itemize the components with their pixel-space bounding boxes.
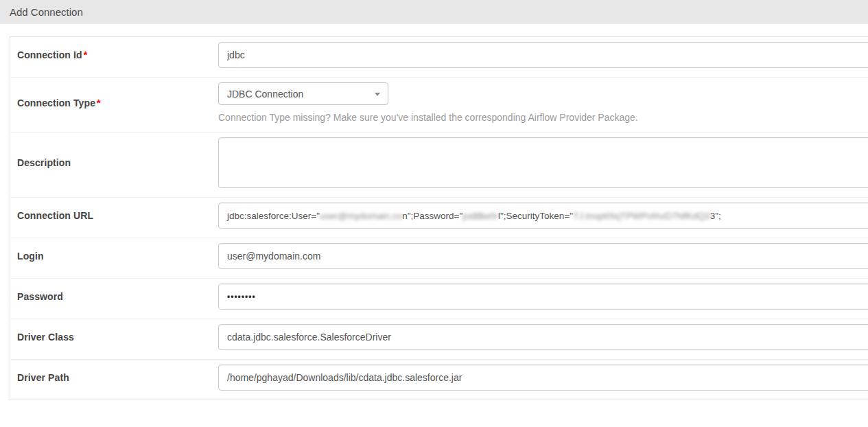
password-label: Password <box>17 291 63 302</box>
driver-class-label: Driver Class <box>17 332 74 343</box>
url-segment: 3"; <box>710 211 721 221</box>
connection-type-help-text: Connection Type missing? Make sure you'v… <box>218 112 868 123</box>
form-row-connection-url: Connection URL jdbc:salesforce:User="use… <box>10 197 868 238</box>
required-asterisk: * <box>84 49 88 60</box>
url-segment-redacted-user: user@mydomain.co <box>320 211 402 221</box>
required-asterisk: * <box>97 97 101 108</box>
page-header: Add Connection <box>0 0 868 24</box>
add-connection-form: Connection Id* Connection Type* JDBC Con… <box>10 36 868 400</box>
description-label: Description <box>17 157 71 168</box>
connection-id-input[interactable] <box>218 42 868 68</box>
url-segment: l";SecurityToken=" <box>498 211 573 221</box>
description-textarea[interactable] <box>218 137 868 188</box>
driver-path-input[interactable] <box>218 365 868 391</box>
form-row-connection-type: Connection Type* JDBC Connection Connect… <box>10 77 868 132</box>
form-row-password: Password <box>10 278 868 319</box>
page-title: Add Connection <box>10 6 858 19</box>
password-input[interactable] <box>218 284 868 310</box>
chevron-down-icon <box>375 93 380 96</box>
url-segment: jdbc:salesforce:User=" <box>227 211 320 221</box>
connection-type-label: Connection Type <box>17 97 95 108</box>
url-segment-redacted-password: pa$$w0r <box>462 211 498 221</box>
login-label: Login <box>17 251 44 262</box>
form-row-connection-id: Connection Id* <box>10 37 868 77</box>
driver-path-label: Driver Path <box>17 372 69 383</box>
form-row-description: Description <box>10 132 868 197</box>
url-segment-redacted-security-token: TJ.tnupt0lxjTPWPvfAxD7NfKdQ3 <box>573 211 710 221</box>
url-segment: n";Password=" <box>402 211 462 221</box>
form-row-login: Login <box>10 238 868 278</box>
connection-type-selected-value: JDBC Connection <box>227 89 303 100</box>
form-row-driver-path: Driver Path <box>10 359 868 400</box>
connection-id-label: Connection Id <box>17 49 82 60</box>
login-input[interactable] <box>218 243 868 269</box>
form-row-driver-class: Driver Class <box>10 319 868 359</box>
connection-url-input[interactable]: jdbc:salesforce:User="user@mydomain.con"… <box>218 203 868 229</box>
driver-class-input[interactable] <box>218 324 868 350</box>
connection-url-label: Connection URL <box>17 210 93 221</box>
connection-type-select[interactable]: JDBC Connection <box>218 82 388 105</box>
